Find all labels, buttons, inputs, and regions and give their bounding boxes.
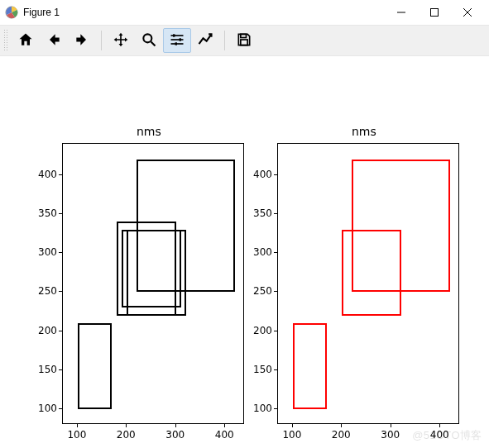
figure-canvas[interactable]: nms100150200250300350400100200300400nms1…	[0, 56, 489, 448]
y-tick-mark	[274, 369, 277, 370]
toolbar-grip	[3, 29, 8, 52]
x-tick-label: 200	[328, 429, 353, 441]
y-tick-mark	[59, 369, 62, 370]
svg-rect-14	[241, 40, 247, 45]
svg-rect-10	[173, 34, 175, 36]
search-icon	[141, 31, 157, 50]
sliders-icon	[169, 31, 185, 50]
y-tick-mark	[274, 252, 277, 253]
toolbar-separator	[101, 31, 102, 50]
svg-rect-12	[175, 42, 178, 45]
close-button[interactable]	[451, 1, 484, 24]
y-tick-label: 100	[247, 403, 272, 414]
svg-rect-13	[241, 34, 247, 37]
matplotlib-icon	[5, 6, 18, 19]
x-tick-mark	[77, 424, 78, 427]
minimize-button[interactable]	[385, 1, 418, 24]
y-tick-label: 400	[32, 169, 57, 180]
save-button[interactable]	[230, 28, 258, 53]
bbox-rect	[352, 160, 450, 293]
zoom-button[interactable]	[135, 28, 163, 53]
edit-axis-button[interactable]	[191, 28, 219, 53]
x-tick-label: 100	[65, 429, 89, 441]
window-title: Figure 1	[23, 7, 385, 18]
watermark: @51CTO博客	[412, 428, 482, 443]
title-bar: Figure 1	[0, 0, 489, 25]
y-tick-mark	[59, 408, 62, 409]
maximize-button[interactable]	[418, 1, 451, 24]
subplot-title: nms	[352, 125, 376, 138]
y-tick-mark	[274, 291, 277, 292]
y-tick-label: 350	[247, 207, 272, 219]
arrow-left-icon	[46, 31, 62, 50]
y-tick-label: 350	[32, 207, 57, 219]
svg-rect-11	[180, 38, 182, 41]
toolbar-separator	[224, 31, 225, 50]
x-tick-mark	[175, 424, 176, 427]
y-tick-label: 400	[247, 169, 272, 180]
x-tick-label: 400	[212, 429, 237, 441]
svg-rect-2	[431, 9, 439, 17]
bbox-rect	[137, 160, 235, 293]
y-tick-label: 250	[247, 285, 272, 297]
bbox-rect	[78, 323, 113, 409]
configure-subplots-button[interactable]	[163, 28, 191, 53]
bbox-rect	[293, 323, 328, 409]
y-tick-mark	[59, 252, 62, 253]
back-button[interactable]	[40, 28, 68, 53]
y-tick-mark	[59, 331, 62, 331]
y-tick-label: 150	[247, 364, 272, 375]
subplot-title: nms	[137, 125, 161, 138]
home-icon	[17, 31, 34, 50]
home-button[interactable]	[12, 28, 40, 53]
y-tick-mark	[274, 213, 277, 214]
svg-point-5	[143, 34, 151, 42]
y-tick-label: 100	[32, 403, 57, 414]
y-tick-label: 200	[32, 325, 57, 336]
x-tick-mark	[126, 424, 127, 427]
save-icon	[236, 31, 252, 50]
y-tick-label: 300	[247, 246, 272, 258]
subplot-1	[62, 143, 244, 424]
y-tick-label: 250	[32, 285, 57, 297]
x-tick-mark	[341, 424, 342, 427]
subplot-2	[277, 143, 459, 424]
x-tick-label: 100	[280, 429, 304, 441]
forward-button[interactable]	[68, 28, 96, 53]
x-tick-label: 200	[113, 429, 138, 441]
x-tick-mark	[292, 424, 293, 427]
y-tick-mark	[274, 408, 277, 409]
move-icon	[113, 31, 129, 50]
y-tick-mark	[274, 174, 277, 175]
svg-line-6	[151, 41, 156, 45]
x-tick-label: 300	[163, 429, 188, 441]
x-tick-mark	[391, 424, 391, 427]
x-tick-mark	[439, 424, 440, 427]
x-tick-mark	[224, 424, 225, 427]
x-tick-label: 300	[378, 429, 403, 441]
y-tick-label: 150	[32, 364, 57, 375]
arrow-right-icon	[74, 31, 90, 50]
y-tick-label: 200	[247, 325, 272, 336]
chart-line-icon	[197, 31, 213, 50]
y-tick-mark	[59, 174, 62, 175]
y-tick-label: 300	[32, 246, 57, 258]
y-tick-mark	[274, 331, 277, 331]
toolbar	[0, 25, 489, 56]
y-tick-mark	[59, 291, 62, 292]
y-tick-mark	[59, 213, 62, 214]
pan-button[interactable]	[107, 28, 135, 53]
